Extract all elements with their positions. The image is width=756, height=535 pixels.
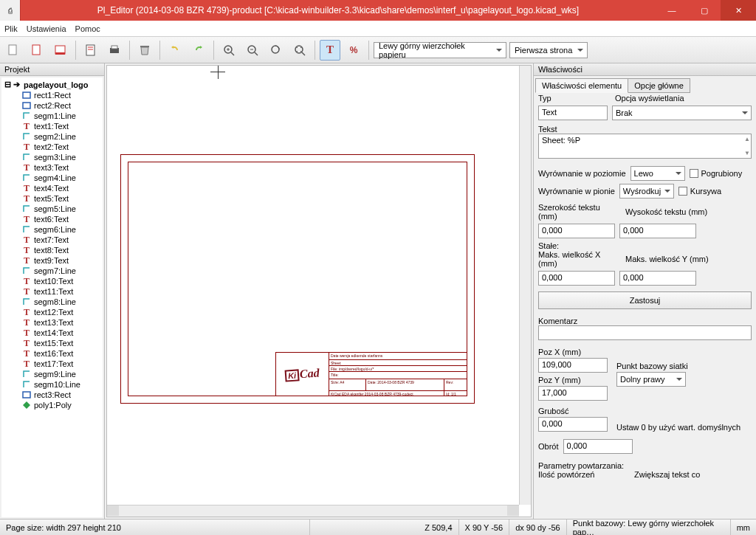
tree-item[interactable]: segm3:Line <box>3 152 101 162</box>
tree-item[interactable]: segm8:Line <box>3 297 101 307</box>
new-button[interactable] <box>3 40 24 61</box>
horizontal-scrollbar[interactable] <box>107 505 519 517</box>
tree-item[interactable]: segm1:Line <box>3 111 101 121</box>
tree-item[interactable]: Ttext16:Text <box>3 348 101 359</box>
zoom-out-button[interactable] <box>242 40 263 61</box>
origin-combo[interactable]: Lewy górny wierzchołek papieru <box>374 42 506 58</box>
tree-item[interactable]: Ttext15:Text <box>3 338 101 348</box>
open-button[interactable] <box>27 40 47 61</box>
tree-item[interactable]: Ttext14:Text <box>3 328 101 338</box>
tree-item[interactable]: rect3:Rect <box>3 390 101 400</box>
anchor-select[interactable]: Dolny prawy <box>616 372 686 387</box>
line-icon <box>22 111 31 120</box>
tree-item[interactable]: segm4:Line <box>3 173 101 183</box>
zoom-in-button[interactable] <box>219 40 239 61</box>
maxx-label: Maks. wielkość X (mm) <box>538 250 621 268</box>
line-icon <box>22 132 31 141</box>
spinner-up-icon[interactable]: ▲ <box>744 136 750 142</box>
display-label: Opcja wyświetlania <box>615 94 752 103</box>
line-icon <box>22 380 31 389</box>
tree-item[interactable]: Ttext11:Text <box>3 286 101 297</box>
tree-item[interactable]: segm6:Line <box>3 224 101 235</box>
close-button[interactable]: ✕ <box>721 0 756 21</box>
properties-panel-title: Właściwości <box>534 63 756 76</box>
tree-item[interactable]: Ttext6:Text <box>3 214 101 224</box>
komentarz-input[interactable] <box>538 325 752 340</box>
tree-item[interactable]: Ttext3:Text <box>3 162 101 173</box>
text-icon: T <box>22 287 31 296</box>
italic-checkbox[interactable]: Kursywa <box>678 187 721 196</box>
text-tool-button[interactable]: T <box>320 40 340 61</box>
zoom-fit-button[interactable] <box>289 40 310 61</box>
obrot-input[interactable]: 0,000 <box>563 439 633 454</box>
width-input[interactable]: 0,000 <box>538 224 615 238</box>
tree-item[interactable]: Ttext4:Text <box>3 183 101 193</box>
tree-item[interactable]: segm5:Line <box>3 204 101 214</box>
print-button[interactable] <box>104 40 125 61</box>
page-settings-button[interactable] <box>80 40 101 61</box>
bold-checkbox[interactable]: Pogrubiony <box>690 169 743 178</box>
text-icon: T <box>22 194 31 203</box>
tree-item[interactable]: Ttext10:Text <box>3 276 101 286</box>
tree-item[interactable]: Ttext2:Text <box>3 142 101 152</box>
minimize-button[interactable]: — <box>656 0 688 21</box>
display-select[interactable]: Brak <box>612 106 752 120</box>
tree-item[interactable]: Ttext12:Text <box>3 307 101 317</box>
tab-element-props[interactable]: Właściwości elementu <box>535 78 628 93</box>
repeat-inc-label: Zwiększaj tekst co <box>634 470 700 479</box>
menu-settings[interactable]: Ustawienia <box>27 24 66 33</box>
tree-root[interactable]: ⊟ ➔ pagelayout_logo <box>3 79 101 90</box>
tree-item[interactable]: segm10:Line <box>3 379 101 390</box>
posx-label: Poz X (mm) <box>538 348 612 356</box>
svg-line-15 <box>255 52 258 55</box>
tree-item[interactable]: Ttext8:Text <box>3 245 101 255</box>
tree-item[interactable]: Ttext13:Text <box>3 317 101 328</box>
grubosc-input[interactable]: 0,000 <box>538 417 608 432</box>
text-icon: T <box>22 318 31 327</box>
text-icon: T <box>22 308 31 317</box>
valign-select[interactable]: Wyśrodkuj <box>619 184 674 199</box>
tree-item[interactable]: segm2:Line <box>3 131 101 142</box>
drawing-canvas[interactable]: KiCad Date wersja edkemde starfanns Shee… <box>106 65 532 517</box>
vertical-scrollbar[interactable] <box>519 66 531 505</box>
project-tree[interactable]: ⊟ ➔ pagelayout_logo rect1:Rectrect2:Rect… <box>1 77 103 517</box>
tree-item[interactable]: Ttext5:Text <box>3 193 101 204</box>
rect-icon <box>22 101 31 110</box>
spinner-down-icon[interactable]: ▼ <box>744 150 750 156</box>
redo-button[interactable] <box>188 40 209 61</box>
save-button[interactable] <box>50 40 71 61</box>
maxy-input[interactable]: 0,000 <box>619 271 696 286</box>
maximize-button[interactable]: ▢ <box>688 0 721 21</box>
tree-item[interactable]: rect2:Rect <box>3 100 101 111</box>
tree-item[interactable]: Ttext7:Text <box>3 235 101 245</box>
menu-help[interactable]: Pomoc <box>75 24 100 33</box>
tree-item[interactable]: Ttext17:Text <box>3 359 101 369</box>
tree-item[interactable]: Ttext9:Text <box>3 255 101 266</box>
halign-select[interactable]: Lewo <box>630 166 685 181</box>
zoom-redraw-button[interactable] <box>266 40 286 61</box>
posx-input[interactable]: 109,000 <box>538 358 608 373</box>
tree-item[interactable]: Ttext1:Text <box>3 121 101 131</box>
apply-button[interactable]: Zastosuj <box>538 291 752 309</box>
tree-item[interactable]: rect1:Rect <box>3 90 101 100</box>
posy-label: Poz Y (mm) <box>538 376 612 384</box>
posy-input[interactable]: 17,000 <box>538 386 608 401</box>
menu-file[interactable]: Plik <box>4 24 18 33</box>
undo-button[interactable] <box>165 40 185 61</box>
repeat-label: Parametry powtarzania: <box>538 461 752 470</box>
tab-main-options[interactable]: Opcje główne <box>628 78 690 93</box>
svg-rect-9 <box>140 46 149 47</box>
svg-line-11 <box>231 52 234 55</box>
app-icon: ⎙ <box>0 0 21 21</box>
tree-item[interactable]: segm7:Line <box>3 266 101 276</box>
delete-button[interactable] <box>134 40 155 61</box>
percent-tool-button[interactable]: % <box>343 40 364 61</box>
page-combo[interactable]: Pierwsza strona <box>509 42 588 58</box>
maxx-input[interactable]: 0,000 <box>538 271 615 286</box>
tree-item[interactable]: segm9:Line <box>3 369 101 379</box>
typ-input[interactable]: Text <box>538 106 608 120</box>
tree-item[interactable]: poly1:Poly <box>3 400 101 410</box>
tekst-textarea[interactable]: Sheet: %P ▲ ▼ <box>538 134 752 159</box>
height-input[interactable]: 0,000 <box>619 224 696 238</box>
line-icon <box>22 173 31 182</box>
